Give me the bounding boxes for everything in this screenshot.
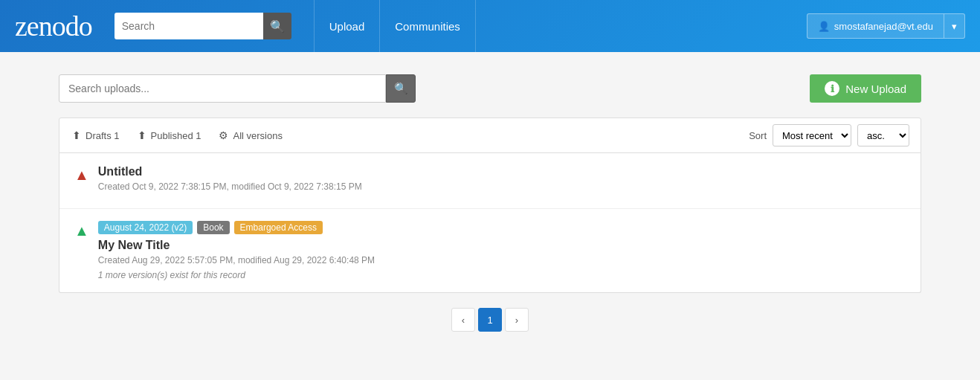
upload-search-input[interactable] [59,74,386,103]
published-label: Published 1 [151,130,202,141]
order-select[interactable]: asc. desc. [857,124,909,146]
main-header: zenodo 🔍 Upload Communities 👤 smostafane… [0,0,980,52]
user-account-button[interactable]: 👤 smostafanejad@vt.edu [807,13,944,39]
published-icon: ⬆ [138,129,146,141]
tab-published[interactable]: ⬆ Published 1 [136,126,203,144]
header-right: 👤 smostafanejad@vt.edu ▾ [807,13,965,39]
version-tag: August 24, 2022 (v2) [98,221,193,234]
tab-all-versions[interactable]: ⚙ All versions [217,126,283,144]
header-search-icon: 🔍 [270,19,285,33]
all-versions-label: All versions [233,130,282,141]
access-tag: Embargoed Access [234,221,323,234]
user-icon: 👤 [818,21,830,32]
nav-upload[interactable]: Upload [314,0,381,52]
type-tag: Book [197,221,229,234]
new-upload-label: New Upload [845,83,906,95]
sort-label: Sort [749,130,767,141]
logo[interactable]: zenodo [15,10,92,42]
logo-area: zenodo [15,10,92,42]
record-version-note: 1 more version(s) exist for this record [98,270,906,280]
draft-upload-icon: ▲ [74,167,89,184]
header-nav: Upload Communities [314,0,476,52]
record-item-untitled: ▲ Untitled Created Oct 9, 2022 7:38:15 P… [59,153,921,209]
record-item-my-new-title: ▲ August 24, 2022 (v2) Book Embargoed Ac… [59,209,921,292]
published-upload-icon: ▲ [74,222,89,239]
header-search-wrap: 🔍 [115,13,291,39]
search-icon: 🔍 [394,82,408,95]
user-email: smostafanejad@vt.edu [834,21,933,32]
tab-drafts[interactable]: ⬆ Drafts 1 [71,126,121,144]
upload-search-row: 🔍 ℹ New Upload [59,74,921,103]
nav-communities[interactable]: Communities [380,0,476,52]
pagination-next[interactable]: › [505,308,529,332]
user-dropdown-button[interactable]: ▾ [944,13,965,39]
header-search-button[interactable]: 🔍 [263,13,291,39]
record-tags: August 24, 2022 (v2) Book Embargoed Acce… [98,221,906,234]
info-circle-icon: ℹ [825,81,839,96]
records-container: ▲ Untitled Created Oct 9, 2022 7:38:15 P… [59,153,921,293]
sort-area: Sort Most recent Best match Oldest asc. … [749,124,909,146]
record-title-my-new-title[interactable]: My New Title [98,239,906,252]
chevron-down-icon: ▾ [952,21,957,32]
filter-bar: ⬆ Drafts 1 ⬆ Published 1 ⚙ All versions … [59,117,921,153]
record-meta-untitled: Created Oct 9, 2022 7:38:15 PM, modified… [98,181,906,192]
record-body-untitled: Untitled Created Oct 9, 2022 7:38:15 PM,… [98,165,906,196]
drafts-icon: ⬆ [72,129,81,141]
record-meta-my-new-title: Created Aug 29, 2022 5:57:05 PM, modifie… [98,255,906,265]
pagination-prev[interactable]: ‹ [451,308,475,332]
record-body-my-new-title: August 24, 2022 (v2) Book Embargoed Acce… [98,221,906,280]
filter-tabs: ⬆ Drafts 1 ⬆ Published 1 ⚙ All versions [71,126,749,144]
record-title-untitled[interactable]: Untitled [98,165,906,178]
pagination-page-1[interactable]: 1 [478,308,502,332]
versions-icon: ⚙ [219,129,228,141]
sort-select[interactable]: Most recent Best match Oldest [773,124,851,146]
pagination: ‹ 1 › [59,308,921,332]
header-search-input[interactable] [115,13,263,39]
drafts-label: Drafts 1 [86,130,120,141]
upload-search-button[interactable]: 🔍 [386,74,416,103]
main-content: 🔍 ℹ New Upload ⬆ Drafts 1 ⬆ Published 1 … [44,74,936,332]
new-upload-button[interactable]: ℹ New Upload [810,74,921,103]
upload-search-wrap: 🔍 [59,74,416,103]
